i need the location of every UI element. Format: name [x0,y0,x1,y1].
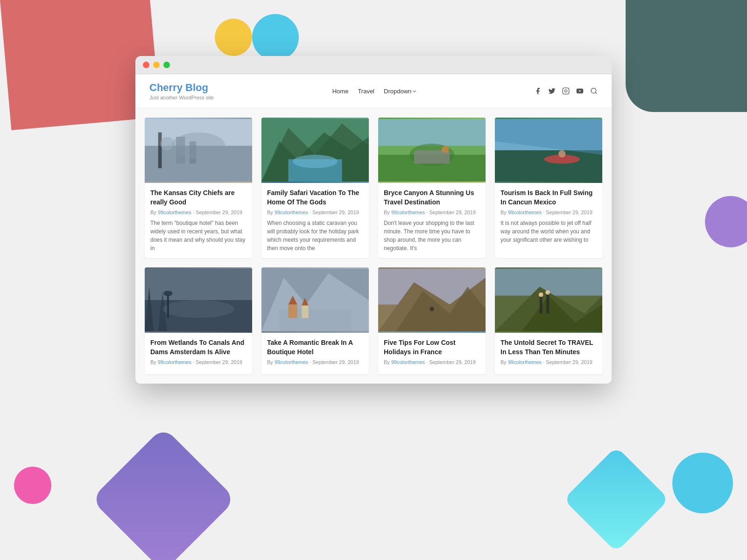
post-body-3: Bryce Canyon A Stunning Us Travel Destin… [378,183,486,258]
site-tagline: Just another WordPress site [149,95,214,100]
site-nav: Home Travel Dropdown [332,88,416,95]
svg-rect-25 [495,150,602,182]
bg-diamond2 [564,447,669,552]
post-author-4: 99colorthemes [508,210,542,215]
twitter-icon[interactable] [548,87,556,95]
svg-point-48 [430,307,434,312]
svg-line-4 [595,92,597,94]
post-body-2: Family Safari Vacation To The Home Of Th… [261,183,369,258]
post-title-5: From Wetlands To Canals And Dams Amsterd… [150,338,247,357]
svg-rect-7 [158,133,162,168]
post-card-2[interactable]: Family Safari Vacation To The Home Of Th… [261,118,369,258]
svg-point-16 [293,155,338,168]
browser-chrome [135,56,612,74]
svg-rect-35 [167,296,169,318]
post-author-1: 99colorthemes [158,210,191,215]
post-title-4: Tourism Is Back In Full Swing In Cancun … [500,189,597,207]
post-card-1[interactable]: The Kansas City Chiefs are really Good B… [145,118,252,258]
post-title-3: Bryce Canyon A Stunning Us Travel Destin… [384,189,480,207]
post-body-5: From Wetlands To Canals And Dams Amsterd… [145,333,252,374]
post-card-7[interactable]: Five Tips For Low Cost Holidays in Franc… [378,267,486,374]
svg-point-11 [172,133,226,160]
svg-rect-53 [540,296,543,314]
post-title-6: Take A Romantic Break In A Boutique Hote… [267,338,363,357]
svg-point-22 [442,146,449,153]
dropdown-chevron-icon [413,89,416,92]
post-meta-2: By 99colorthemes · September 29, 2019 [267,210,363,215]
post-meta-8: By 99colorthemes · September 29, 2019 [500,359,597,365]
post-meta-7: By 99colorthemes · September 29, 2019 [384,359,480,365]
post-title-8: The Untold Secret To TRAVEL In Less Than… [500,338,597,357]
svg-point-3 [591,88,596,93]
post-card-3[interactable]: Bryce Canyon A Stunning Us Travel Destin… [378,118,486,258]
post-meta-1: By 99colorthemes · September 29, 2019 [150,210,247,215]
svg-rect-40 [289,305,297,318]
post-card-6[interactable]: Take A Romantic Break In A Boutique Hote… [261,267,369,374]
site-branding: Cherry Blog Just another WordPress site [149,82,214,100]
svg-rect-31 [145,269,252,300]
post-body-6: Take A Romantic Break In A Boutique Hote… [261,333,369,374]
svg-point-8 [161,137,174,150]
svg-point-28 [558,150,565,157]
svg-point-54 [539,293,543,297]
blog-content: Cherry Blog Just another WordPress site … [135,74,612,384]
post-meta-6: By 99colorthemes · September 29, 2019 [267,359,363,365]
facebook-icon[interactable] [534,87,542,95]
traffic-light-green[interactable] [163,62,170,68]
post-card-5[interactable]: From Wetlands To Canals And Dams Amsterd… [145,267,252,374]
nav-home[interactable]: Home [332,88,349,95]
post-excerpt-3: Don't leave your shopping to the last mi… [384,219,480,252]
post-author-5: 99colorthemes [158,359,191,365]
post-card-8[interactable]: The Untold Secret To TRAVEL In Less Than… [495,267,602,374]
site-title[interactable]: Cherry Blog [149,82,214,94]
post-author-3: 99colorthemes [391,210,425,215]
traffic-light-yellow[interactable] [153,62,160,68]
svg-point-36 [163,291,172,296]
post-meta-5: By 99colorthemes · September 29, 2019 [150,359,247,365]
bg-circle-purple [705,196,747,247]
header-icons [534,87,598,95]
svg-rect-42 [302,306,308,318]
bg-circle-blue [252,14,299,61]
post-title-2: Family Safari Vacation To The Home Of Th… [267,189,363,207]
traffic-light-red[interactable] [143,62,149,68]
instagram-icon[interactable] [562,87,570,95]
posts-grid: The Kansas City Chiefs are really Good B… [135,108,612,384]
nav-travel[interactable]: Travel [358,88,374,95]
site-header: Cherry Blog Just another WordPress site … [135,74,612,108]
svg-point-56 [545,290,550,295]
post-body-1: The Kansas City Chiefs are really Good B… [145,183,252,258]
post-excerpt-4: It is not always possible to jet off hal… [500,219,597,244]
post-body-4: Tourism Is Back In Full Swing In Cancun … [495,183,602,250]
browser-window: Cherry Blog Just another WordPress site … [135,56,612,384]
bg-shape-teal [626,0,747,112]
bg-circle-pink [14,467,51,504]
youtube-icon[interactable] [576,87,584,95]
post-title-7: Five Tips For Low Cost Holidays in Franc… [384,338,480,357]
post-author-6: 99colorthemes [275,359,308,365]
search-icon[interactable] [590,87,598,95]
svg-point-34 [162,300,234,318]
svg-rect-19 [378,119,486,146]
svg-rect-55 [546,294,549,314]
post-author-2: 99colorthemes [275,210,308,215]
bg-circle-yellow [215,19,252,56]
nav-dropdown[interactable]: Dropdown [384,88,416,95]
post-author-8: 99colorthemes [508,359,542,365]
post-meta-4: By 99colorthemes · September 29, 2019 [500,210,597,215]
bg-circle-cyan [672,453,733,513]
post-body-8: The Untold Secret To TRAVEL In Less Than… [495,333,602,374]
post-title-1: The Kansas City Chiefs are really Good [150,189,247,207]
svg-rect-0 [563,88,569,94]
post-body-7: Five Tips For Low Cost Holidays in Franc… [378,333,486,374]
post-meta-3: By 99colorthemes · September 29, 2019 [384,210,480,215]
post-card-4[interactable]: Tourism Is Back In Full Swing In Cancun … [495,118,602,258]
post-author-7: 99colorthemes [391,359,425,365]
post-excerpt-2: When choosing a static caravan you will … [267,219,363,252]
bg-diamond [91,427,236,560]
post-excerpt-1: The term "boutique hotel" has been widel… [150,219,247,252]
